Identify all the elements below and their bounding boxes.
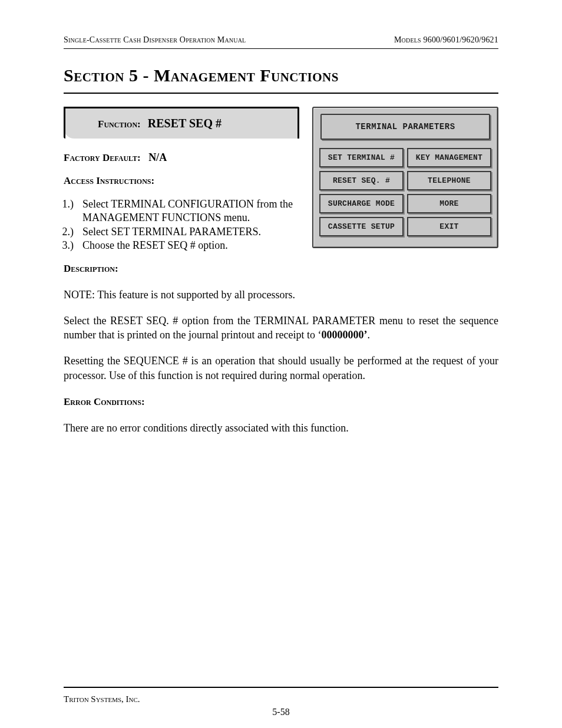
factory-default-label: Factory Default:	[64, 152, 141, 163]
error-conditions-label: Error Conditions:	[64, 396, 145, 407]
description-para-3: Resetting the SEQUENCE # is an operation…	[64, 354, 498, 383]
terminal-button-exit[interactable]: EXIT	[407, 217, 491, 236]
header-left: Single-Cassette Cash Dispenser Operation…	[64, 35, 246, 45]
access-step: Choose the RESET SEQ # option.	[79, 239, 306, 252]
terminal-button-telephone[interactable]: TELEPHONE	[407, 171, 491, 190]
factory-default-value: N/A	[148, 151, 167, 163]
terminal-button-set-terminal[interactable]: SET TERMINAL #	[319, 148, 404, 167]
page-footer: Triton Systems, Inc.	[64, 687, 498, 704]
terminal-button-grid: SET TERMINAL # KEY MANAGEMENT RESET SEQ.…	[318, 148, 492, 236]
access-step: Select SET TERMINAL PARAMETERS.	[79, 225, 306, 239]
terminal-button-key-management[interactable]: KEY MANAGEMENT	[407, 148, 491, 167]
terminal-button-more[interactable]: MORE	[407, 194, 491, 213]
terminal-screen: TERMINAL PARAMETERS SET TERMINAL # KEY M…	[312, 107, 498, 248]
footer-rule	[64, 687, 498, 688]
error-conditions-text: There are no error conditions directly a…	[64, 421, 498, 435]
terminal-button-cassette-setup[interactable]: CASSETTE SETUP	[319, 217, 404, 236]
running-header: Single-Cassette Cash Dispenser Operation…	[64, 35, 498, 45]
access-instructions-label: Access Instructions:	[64, 175, 154, 186]
page-number: 5-58	[0, 707, 562, 717]
section-title: Section 5 - Management Functions	[64, 65, 498, 85]
description-para-2: Select the RESET SEQ. # option from the …	[64, 314, 498, 342]
function-tab: Function: RESET SEQ #	[64, 107, 299, 139]
error-conditions-label-line: Error Conditions:	[64, 394, 498, 409]
header-rule	[64, 48, 498, 49]
description-label-line: Description:	[64, 261, 498, 276]
terminal-button-reset-seq[interactable]: RESET SEQ. #	[319, 171, 404, 190]
description-label: Description:	[64, 263, 118, 274]
terminal-button-surcharge-mode[interactable]: SURCHARGE MODE	[319, 194, 404, 213]
function-label: Function:	[98, 118, 141, 130]
access-instructions-label-line: Access Instructions:	[64, 174, 306, 187]
terminal-title: TERMINAL PARAMETERS	[320, 114, 490, 140]
description-note: NOTE: This feature is not supported by a…	[64, 288, 498, 302]
access-step: Select TERMINAL CONFIGURATION from the M…	[79, 197, 306, 225]
footer-company: Triton Systems, Inc.	[64, 694, 140, 704]
access-steps-list: Select TERMINAL CONFIGURATION from the M…	[64, 197, 306, 253]
title-rule	[64, 93, 498, 94]
function-name: RESET SEQ #	[148, 117, 222, 130]
factory-default-line: Factory Default: N/A	[64, 151, 306, 164]
header-right: Models 9600/9601/9620/9621	[394, 35, 498, 45]
